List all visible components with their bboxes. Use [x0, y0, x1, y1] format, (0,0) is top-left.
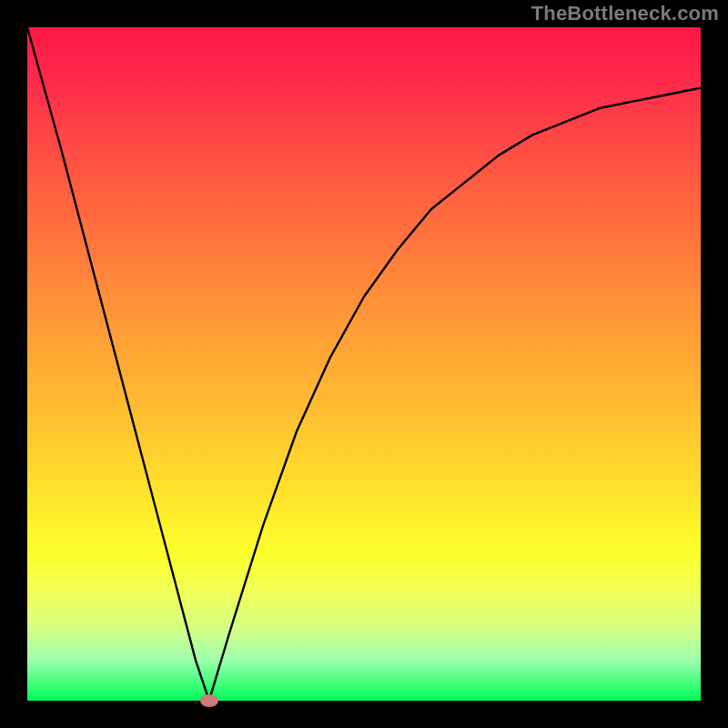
- chart-frame: TheBottleneck.com: [0, 0, 728, 728]
- watermark-text: TheBottleneck.com: [531, 2, 719, 25]
- plot-area: [27, 27, 701, 701]
- bottleneck-curve: [27, 27, 701, 701]
- bottleneck-min-marker: [200, 694, 218, 707]
